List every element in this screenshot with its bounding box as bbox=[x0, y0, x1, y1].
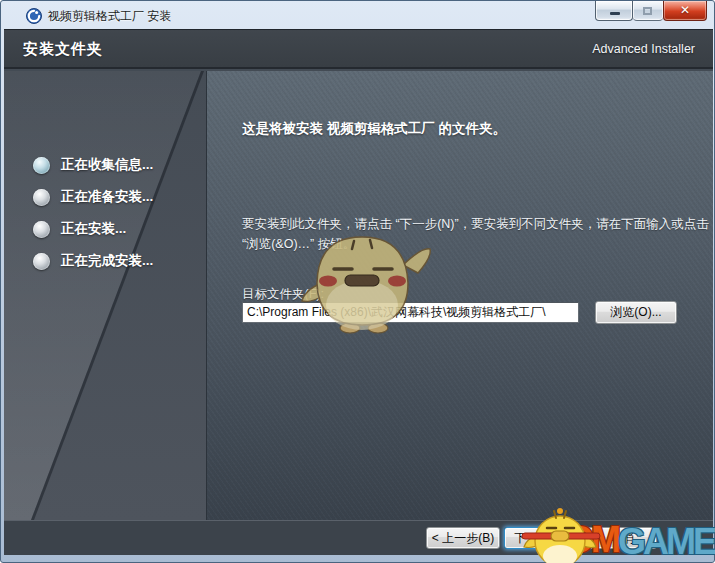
step-installing: 正在安装... bbox=[4, 213, 206, 245]
window-controls: ✕ bbox=[595, 1, 707, 21]
steps-sidebar: 正在收集信息... 正在准备安装... 正在安装... 正在完成安装... bbox=[4, 71, 206, 520]
back-button[interactable]: < 上一步(B) bbox=[426, 527, 500, 549]
close-button[interactable]: ✕ bbox=[663, 1, 707, 21]
step-label: 正在收集信息... bbox=[61, 156, 153, 174]
brand-label: Advanced Installer bbox=[592, 42, 695, 56]
window-title: 视频剪辑格式工厂 安装 bbox=[48, 8, 171, 25]
game-text: GAME bbox=[618, 525, 714, 559]
install-folder-heading: 这是将被安装 视频剪辑格式工厂 的文件夹。 bbox=[242, 120, 506, 138]
step-label: 正在安装... bbox=[61, 220, 126, 238]
maximize-icon bbox=[643, 7, 652, 15]
step-preparing-install: 正在准备安装... bbox=[4, 181, 206, 213]
page-title: 安装文件夹 bbox=[23, 40, 103, 59]
minimize-icon bbox=[610, 12, 620, 15]
step-collecting-info: 正在收集信息... bbox=[4, 149, 206, 181]
browse-button[interactable]: 浏览(O)... bbox=[595, 301, 677, 324]
maximize-button[interactable] bbox=[633, 1, 663, 21]
chick-mascot-watermark bbox=[520, 507, 602, 563]
step-label: 正在完成安装... bbox=[61, 252, 153, 270]
step-bullet-icon bbox=[33, 157, 50, 174]
page-header: 安装文件夹 Advanced Installer bbox=[4, 29, 713, 69]
duck-mascot-watermark bbox=[290, 233, 460, 335]
step-label: 正在准备安装... bbox=[61, 188, 153, 206]
step-bullet-icon bbox=[33, 253, 50, 270]
title-bar[interactable]: 视频剪辑格式工厂 安装 ✕ bbox=[1, 1, 714, 29]
app-icon bbox=[26, 8, 42, 24]
step-bullet-icon bbox=[33, 221, 50, 238]
close-icon: ✕ bbox=[664, 3, 706, 17]
minimize-button[interactable] bbox=[595, 1, 633, 21]
step-bullet-icon bbox=[33, 189, 50, 206]
steps-list: 正在收集信息... 正在准备安装... 正在安装... 正在完成安装... bbox=[4, 149, 206, 277]
step-finishing-install: 正在完成安装... bbox=[4, 245, 206, 277]
